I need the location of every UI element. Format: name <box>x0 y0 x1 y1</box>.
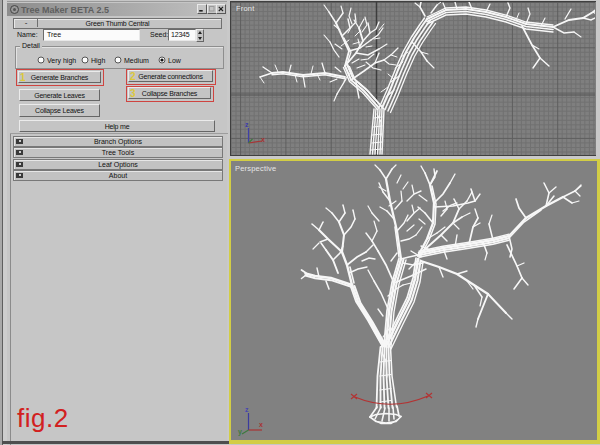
svg-text:High: High <box>91 57 106 65</box>
svg-text:x: x <box>261 136 265 143</box>
svg-text:Very high: Very high <box>47 57 76 65</box>
svg-text:z: z <box>245 121 249 128</box>
svg-text:Medium: Medium <box>124 57 149 64</box>
svg-text:z: z <box>245 406 249 413</box>
svg-text:Low: Low <box>168 57 182 64</box>
svg-text:y: y <box>238 428 242 436</box>
svg-text:x: x <box>259 421 263 428</box>
